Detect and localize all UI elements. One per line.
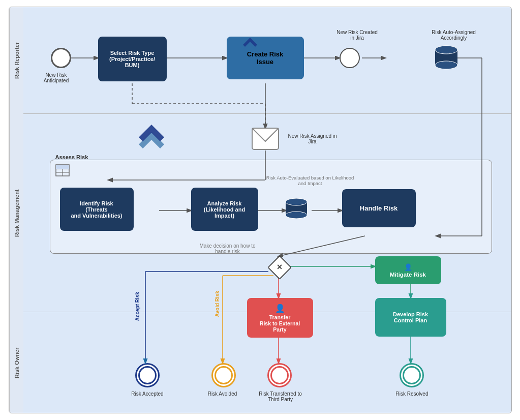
new-risk-created-label: New Risk Created in Jira	[334, 29, 380, 41]
svg-point-28	[435, 61, 457, 69]
diagram-container: Risk Reporter Risk Management Risk Owner	[9, 7, 512, 413]
risk-avoided-circle	[211, 363, 236, 387]
jira-icon-middle	[138, 122, 166, 152]
svg-point-29	[435, 46, 457, 54]
svg-point-39	[286, 198, 307, 205]
gateway-node: ×	[268, 256, 291, 279]
risk-resolved-label: Risk Resolved	[389, 391, 435, 397]
create-risk-issue-node[interactable]: Create Risk Issue	[227, 37, 304, 79]
risk-transferred-circle	[267, 363, 292, 387]
develop-risk-control-node[interactable]: Develop Risk Control Plan	[375, 298, 446, 337]
transfer-risk-node[interactable]: 👤 Transfer Risk to External Party	[247, 298, 313, 338]
db-icon-2	[284, 196, 309, 224]
risk-avoided-label: Risk Avoided	[200, 391, 246, 397]
jira-icon-2	[243, 37, 257, 54]
analyze-risk-node[interactable]: Analyze Risk (Likelihood and Impact)	[191, 188, 258, 231]
identify-risk-node[interactable]: Identify Risk (Threats and Vulnerabiliti…	[60, 188, 134, 231]
db-icon-1	[434, 44, 459, 74]
risk-auto-assigned-label: Risk Auto-Assigned Accordingly	[426, 29, 482, 41]
avoid-risk-label: Avoid Risk	[215, 291, 220, 317]
svg-rect-30	[252, 128, 279, 149]
table-icon	[55, 164, 70, 178]
risk-resolved-circle	[400, 363, 424, 387]
swimlane-risk-reporter: Risk Reporter	[9, 7, 23, 114]
risk-accepted-label: Risk Accepted	[121, 391, 174, 397]
svg-rect-35	[56, 165, 69, 169]
svg-text:×: ×	[277, 262, 282, 272]
risk-accepted-circle	[135, 363, 160, 387]
mitigate-risk-node[interactable]: 👤 Mitigate Risk	[375, 256, 441, 284]
svg-point-38	[286, 212, 307, 219]
handle-risk-node[interactable]: Handle Risk	[342, 189, 416, 227]
assess-risk-label: Assess Risk	[55, 154, 88, 160]
start-event	[51, 48, 71, 68]
select-risk-type-node[interactable]: Select Risk Type (Project/Practice/ BUM)	[98, 37, 167, 81]
accept-risk-label: Accept Risk	[135, 292, 140, 321]
risk-transferred-label: Risk Transferred to Third Party	[255, 391, 306, 402]
new-risk-anticipated-label: New Risk Anticipated	[39, 72, 74, 83]
new-risk-assigned-label: New Risk Assigned in Jira	[285, 133, 341, 144]
intermediate-circle-1	[340, 48, 360, 68]
swimlane-risk-management: Risk Management	[9, 114, 23, 312]
swimlane-risk-owner: Risk Owner	[9, 312, 23, 413]
envelope-icon	[251, 127, 280, 153]
